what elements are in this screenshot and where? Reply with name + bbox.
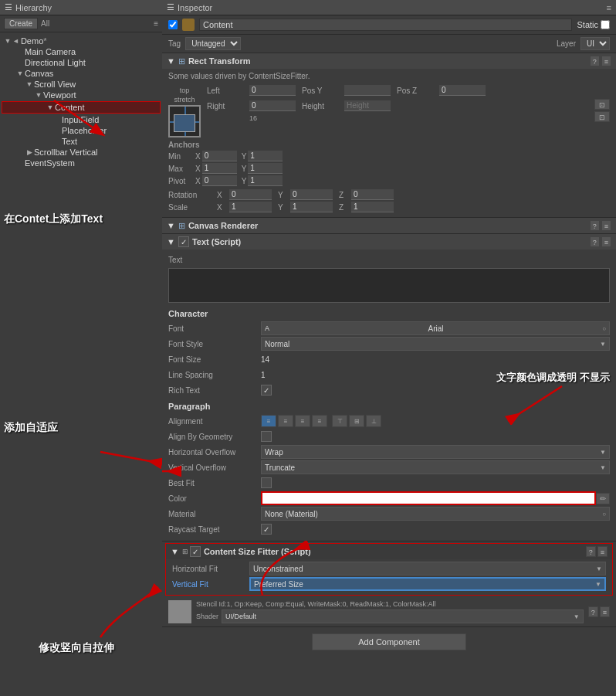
shader-row: Shader UI/Default ▼ xyxy=(196,609,584,623)
tree-item-viewport[interactable]: ▼ Viewport xyxy=(0,90,162,100)
align-btn-middle[interactable]: ⊞ xyxy=(349,415,364,427)
object-enabled-checkbox[interactable] xyxy=(168,20,178,29)
material-value[interactable]: None (Material) ○ xyxy=(261,507,610,521)
canvas-renderer-menu[interactable]: ≡ xyxy=(601,220,611,231)
min-y-input[interactable] xyxy=(248,151,283,161)
tree-item-demo[interactable]: ▼ ◄ Demo* xyxy=(0,36,162,46)
align-btn-right[interactable]: ≡ xyxy=(295,415,310,427)
text-script-header[interactable]: ▼ Text (Script) ? ≡ xyxy=(162,234,616,250)
tree-item-canvas[interactable]: ▼ Canvas xyxy=(0,68,162,79)
posz-input[interactable] xyxy=(439,85,486,96)
static-checkbox[interactable] xyxy=(601,20,610,29)
anchors-label: Anchors xyxy=(168,141,610,149)
tree-item-text[interactable]: Text xyxy=(0,136,162,147)
anchor-visual xyxy=(168,105,201,138)
min-x-input[interactable] xyxy=(202,151,237,161)
max-y-input[interactable] xyxy=(248,163,283,174)
shader-value[interactable]: UI/Default ▼ xyxy=(222,609,584,623)
align-by-geometry-checkbox[interactable] xyxy=(261,431,272,442)
anchors-section: Anchors Min X Y Max X Y xyxy=(168,141,610,186)
tree-item-inputfield[interactable]: InputField xyxy=(0,114,162,125)
color-field[interactable] xyxy=(261,491,596,505)
raycast-target-checkbox[interactable] xyxy=(261,524,272,535)
hierarchy-options[interactable]: ≡ xyxy=(154,19,158,28)
max-x-input[interactable] xyxy=(202,163,237,174)
stretch-control[interactable]: stretch top xyxy=(168,96,201,138)
anchor-max-row: Max X Y xyxy=(168,163,610,174)
height-input[interactable] xyxy=(344,100,391,111)
align-btn-center[interactable]: ≡ xyxy=(278,415,293,427)
resize-btn2[interactable]: ⊡ xyxy=(594,111,610,122)
hierarchy-icon: ☰ xyxy=(5,2,12,12)
tree-item-directional-light[interactable]: Directional Light xyxy=(0,57,162,68)
rich-text-checkbox[interactable] xyxy=(261,385,272,396)
tree-item-placeholder[interactable]: Placeholder xyxy=(0,125,162,136)
stencil-settings[interactable]: ? xyxy=(588,606,598,617)
rot-x-label: X xyxy=(217,191,228,199)
scale-x-input[interactable] xyxy=(229,202,272,212)
content-size-fitter-title: Content Size Fitter (Script) xyxy=(204,547,583,556)
text-textarea[interactable] xyxy=(168,268,610,303)
align-btn-top[interactable]: ⊤ xyxy=(332,415,347,427)
scale-y-input[interactable] xyxy=(290,202,333,212)
tree-item-main-camera[interactable]: Main Camera xyxy=(0,46,162,57)
vertical-overflow-value[interactable]: Truncate ▼ xyxy=(261,460,610,474)
arrow-scroll-view: ▼ xyxy=(25,80,34,88)
resize-btn1[interactable]: ⊡ xyxy=(594,99,610,110)
stencil-menu[interactable]: ≡ xyxy=(600,606,610,617)
vertical-fit-dropdown[interactable]: Preferred Size ▼ xyxy=(249,577,606,591)
align-btn-justify[interactable]: ≡ xyxy=(312,415,327,427)
canvas-renderer-header[interactable]: ▼ ⊞ Canvas Renderer ? ≡ xyxy=(162,218,616,233)
tree-item-scroll-view[interactable]: ▼ Scroll View xyxy=(0,79,162,90)
pivot-x-label: X xyxy=(195,177,201,185)
arrow-modify-vertical xyxy=(39,583,162,645)
tree-item-scrollbar-vertical[interactable]: ▶ Scrollbar Vertical xyxy=(0,147,162,158)
inspector-options[interactable]: ≡ xyxy=(607,3,611,12)
cfs-checkbox[interactable] xyxy=(190,546,201,557)
anchor-min-label: Min xyxy=(168,152,195,161)
font-size-row: Font Size 14 xyxy=(168,352,610,366)
tree-item-content[interactable]: ▼ Content xyxy=(2,101,161,114)
text-script-menu[interactable]: ≡ xyxy=(601,236,611,247)
pivot-y-input[interactable] xyxy=(248,175,283,186)
right-input[interactable] xyxy=(249,100,296,111)
tag-select[interactable]: Untagged xyxy=(185,37,241,50)
cfs-menu[interactable]: ≡ xyxy=(597,546,608,557)
paragraph-header: Paragraph xyxy=(168,402,610,411)
cfs-content: Horizontal Fit Unconstrained ▼ Vertical … xyxy=(166,559,612,595)
rect-transform-menu[interactable]: ≡ xyxy=(601,56,611,66)
scale-z-input[interactable] xyxy=(351,202,394,212)
text-label-row: Text xyxy=(168,253,610,267)
text-script-settings[interactable]: ? xyxy=(590,236,600,247)
horizontal-fit-dropdown[interactable]: Unconstrained ▼ xyxy=(249,562,606,575)
object-name-input[interactable] xyxy=(199,19,572,31)
pivot-x-input[interactable] xyxy=(202,175,237,186)
font-style-value[interactable]: Normal ▼ xyxy=(261,337,610,351)
tree-label-content: Content xyxy=(55,103,85,112)
horizontal-fit-text: Unconstrained xyxy=(253,565,303,573)
cfs-settings[interactable]: ? xyxy=(586,546,596,557)
posy-input[interactable] xyxy=(344,85,391,96)
align-btn-bottom[interactable]: ⊥ xyxy=(366,415,381,427)
layer-select[interactable]: UI xyxy=(580,37,610,50)
tree-item-eventsystem[interactable]: EventSystem xyxy=(0,158,162,168)
left-input[interactable] xyxy=(249,85,296,96)
rot-z-input[interactable] xyxy=(351,189,394,200)
vertical-overflow-arrow: ▼ xyxy=(600,464,606,471)
content-size-fitter-header[interactable]: ▼ ⊞ Content Size Fitter (Script) ? ≡ xyxy=(166,544,612,559)
best-fit-checkbox[interactable] xyxy=(261,477,272,488)
horizontal-overflow-value[interactable]: Wrap ▼ xyxy=(261,445,610,459)
create-button[interactable]: Create xyxy=(4,18,38,29)
rect-transform-content: Some values driven by ContentSizeFitter.… xyxy=(162,69,616,217)
rot-x-input[interactable] xyxy=(229,189,272,200)
rect-transform-settings[interactable]: ? xyxy=(590,56,600,66)
color-pencil-btn[interactable]: ✏ xyxy=(596,493,610,504)
canvas-renderer-settings[interactable]: ? xyxy=(590,220,600,231)
rot-y-input[interactable] xyxy=(290,189,333,200)
rect-transform-header[interactable]: ▼ ⊞ Rect Transform ? ≡ xyxy=(162,53,616,69)
align-btn-left[interactable]: ≡ xyxy=(261,415,276,427)
text-script-checkbox[interactable] xyxy=(178,236,189,247)
rect-transform-controls: ? ≡ xyxy=(590,56,611,66)
font-value[interactable]: A Arial ○ xyxy=(261,321,610,335)
add-component-button[interactable]: Add Component xyxy=(312,633,466,650)
